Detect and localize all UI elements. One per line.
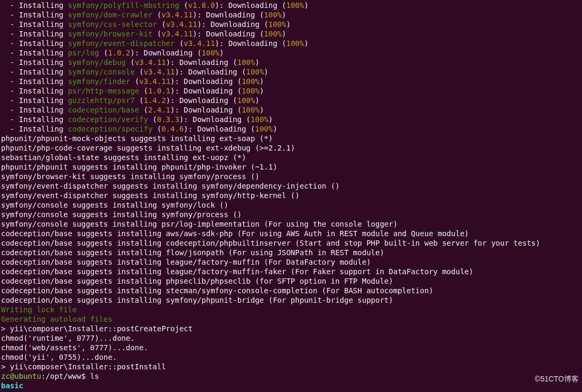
install-prefix: - Installing — [1, 30, 68, 38]
install-prefix: - Installing — [1, 96, 68, 105]
prompt-cwd: /opt/www — [45, 372, 81, 380]
package-version: 0.3.3 — [157, 115, 179, 124]
suggest-line: symfony/console suggests installing symf… — [1, 210, 581, 219]
install-prefix: - Installing — [1, 106, 68, 114]
suggest-line: phpunit/phpunit-mock-objects suggests in… — [1, 134, 581, 143]
suggest-line: codeception/base suggests installing sym… — [1, 295, 581, 305]
install-line: - Installing codeception/base (2.4.1): D… — [1, 105, 581, 115]
suggest-line: phpunit/phpunit suggests installing phpu… — [1, 162, 581, 172]
download-percent: 100% — [242, 87, 260, 95]
install-prefix: - Installing — [1, 39, 68, 48]
package-version: 0.4.6 — [161, 125, 183, 133]
package-name: symfony/console — [68, 68, 134, 76]
suggest-line: sebastian/global-state suggests installi… — [1, 153, 581, 162]
install-line: - Installing symfony/finder (v3.4.11): D… — [1, 77, 581, 86]
install-line: - Installing symfony/event-dispatcher (v… — [1, 39, 581, 48]
install-line: - Installing symfony/css-selector (v3.4.… — [1, 20, 581, 29]
package-name: codeception/verify — [68, 115, 148, 124]
package-name: symfony/dom-crawler — [68, 11, 152, 19]
package-name: psr/http-message — [68, 87, 139, 95]
writing-lock-status: Writing lock file — [1, 305, 581, 314]
package-name: symfony/browser-kit — [68, 30, 152, 38]
package-name: symfony/css-selector — [68, 20, 157, 29]
package-version: 2.4.1 — [148, 106, 170, 114]
package-name: psr/log — [68, 49, 99, 57]
install-prefix: - Installing — [1, 87, 68, 95]
download-percent: 100% — [255, 125, 273, 133]
install-line: - Installing symfony/console (v3.4.11): … — [1, 67, 581, 77]
package-version: v3.4.11 — [139, 77, 170, 86]
install-prefix: - Installing — [1, 58, 68, 67]
terminal-output[interactable]: - Installing symfony/polyfill-mbstring (… — [1, 1, 581, 390]
download-percent: 100% — [269, 20, 287, 29]
package-version: v3.4.11 — [161, 11, 192, 19]
install-line: - Installing guzzlehttp/psr7 (1.4.2): Do… — [1, 96, 581, 105]
suggest-line: codeception/base suggests installing lea… — [1, 267, 581, 276]
prompt-userhost: zc@ubuntu — [1, 372, 41, 380]
install-prefix: - Installing — [1, 115, 68, 124]
download-percent: 100% — [264, 30, 282, 38]
suggest-line: symfony/console suggests installing psr/… — [1, 219, 581, 229]
install-prefix: - Installing — [1, 77, 68, 86]
script-line: chmod('yii', 0755)...done. — [1, 352, 581, 362]
suggest-line: symfony/browser-kit suggests installing … — [1, 172, 581, 181]
download-percent: 100% — [286, 39, 304, 48]
suggest-line: codeception/base suggests installing php… — [1, 276, 581, 286]
package-version: v3.4.11 — [184, 39, 215, 48]
install-line: - Installing psr/http-message (1.0.1): D… — [1, 86, 581, 96]
package-name: symfony/event-dispatcher — [68, 39, 174, 48]
package-version: 1.0.2 — [108, 49, 130, 57]
script-line: chmod('runtime', 0777)...done. — [1, 333, 581, 343]
suggest-line: codeception/base suggests installing flo… — [1, 248, 581, 257]
script-line: chmod('web/assets', 0777)...done. — [1, 343, 581, 352]
download-percent: 100% — [246, 68, 264, 76]
package-version: 1.4.2 — [144, 96, 166, 105]
directory-item: basic — [1, 381, 23, 390]
install-prefix: - Installing — [1, 68, 68, 76]
install-prefix: - Installing — [1, 49, 68, 57]
install-prefix: - Installing — [1, 125, 68, 133]
install-prefix: - Installing — [1, 20, 68, 29]
install-line: - Installing symfony/dom-crawler (v3.4.1… — [1, 10, 581, 20]
suggest-line: symfony/event-dispatcher suggests instal… — [1, 181, 581, 191]
install-line: - Installing codeception/specify (0.4.6)… — [1, 124, 581, 134]
autoload-status: Generating autoload files — [1, 314, 581, 324]
download-percent: 100% — [242, 106, 260, 114]
package-name: guzzlehttp/psr7 — [68, 96, 134, 105]
suggest-line: symfony/console suggests installing symf… — [1, 200, 581, 210]
suggest-line: codeception/base suggests installing cod… — [1, 238, 581, 248]
package-version: v3.4.11 — [135, 58, 166, 67]
package-version: v1.8.0 — [188, 1, 215, 10]
package-name: symfony/debug — [68, 58, 126, 67]
install-line: - Installing codeception/verify (0.3.3):… — [1, 115, 581, 124]
package-version: 1.0.1 — [148, 87, 170, 95]
prompt-command[interactable]: ls — [90, 372, 99, 380]
install-line: - Installing symfony/browser-kit (v3.4.1… — [1, 29, 581, 39]
suggest-line: codeception/base suggests installing aws… — [1, 229, 581, 238]
download-percent: 100% — [251, 115, 269, 124]
prompt-line[interactable]: zc@ubuntu:/opt/www$ ls — [1, 371, 581, 381]
download-percent: 100% — [286, 1, 304, 10]
install-line: - Installing psr/log (1.0.2): Downloadin… — [1, 48, 581, 58]
watermark-label: ©51CTO博客 — [535, 374, 579, 384]
package-version: v3.4.11 — [144, 68, 175, 76]
script-line: > yii\composer\Installer::postInstall — [1, 362, 581, 371]
download-percent: 100% — [237, 96, 255, 105]
package-name: symfony/finder — [68, 77, 130, 86]
package-name: codeception/specify — [68, 125, 152, 133]
package-version: v3.4.11 — [161, 30, 192, 38]
download-percent: 100% — [201, 49, 219, 57]
install-line: - Installing symfony/polyfill-mbstring (… — [1, 1, 581, 10]
package-version: v3.4.11 — [166, 20, 197, 29]
package-name: symfony/polyfill-mbstring — [68, 1, 179, 10]
install-prefix: - Installing — [1, 11, 68, 19]
ls-output: basic — [1, 381, 581, 390]
suggest-line: codeception/base suggests installing lea… — [1, 257, 581, 267]
install-prefix: - Installing — [1, 1, 68, 10]
suggest-line: codeception/base suggests installing ste… — [1, 286, 581, 295]
install-line: - Installing symfony/debug (v3.4.11): Do… — [1, 58, 581, 67]
suggest-line: symfony/event-dispatcher suggests instal… — [1, 191, 581, 200]
suggest-line: phpunit/php-code-coverage suggests insta… — [1, 143, 581, 153]
download-percent: 100% — [264, 11, 282, 19]
script-line: > yii\composer\Installer::postCreateProj… — [1, 324, 581, 333]
